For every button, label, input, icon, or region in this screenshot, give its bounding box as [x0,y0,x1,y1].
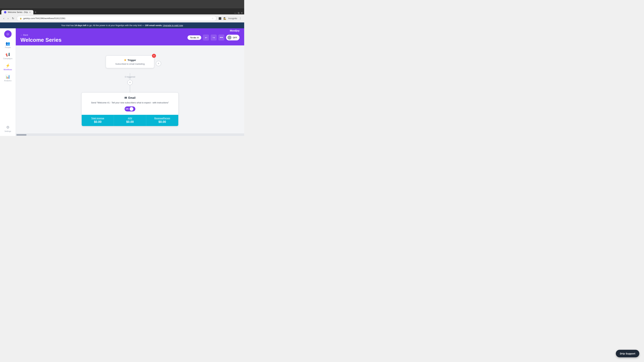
trial-limit: 100 email sends. [145,24,162,27]
sidebar-label-analytics: Analytics [4,80,12,82]
back-link[interactable]: ← Back [20,32,62,37]
stat-total-revenue-label: Total revenue [84,117,111,119]
sidebar: ☺ 👥 People 📢 Campaigns ⚡ Workflows 📊 Ana… [0,28,16,136]
sidebar-label-settings: Settings [4,130,11,132]
todo-badge[interactable]: To-do: 0 [188,35,201,40]
header-row: ← Back Welcome Series To-do: 0 ↩ ↪ ••• [20,32,240,45]
email-stats: Total revenue $0.00 AOV $0.00 Revenue/Pe… [82,115,178,126]
active-tab[interactable]: 🌀 Welcome Series - Drip ✕ [1,10,33,14]
extension-icon[interactable]: ⬛ [218,17,221,20]
email-title: Email [128,96,136,99]
trial-text-middle: to go. All the power is at your fingerti… [87,24,145,27]
horizontal-scrollbar[interactable] [16,134,244,136]
trigger-close-button[interactable]: ✕ [152,54,156,58]
email-envelope-icon: ✉ [124,96,127,100]
email-description: Send "Welcome #1 - Tell your new subscri… [86,101,174,104]
tab-close-icon[interactable]: ✕ [29,11,31,13]
lock-icon: 🔒 [20,17,22,19]
minimize-icon[interactable]: — [234,11,236,14]
stat-revenue-person[interactable]: Revenue/Person $0.00 [146,115,178,126]
close-icon: ✕ [153,55,155,57]
upgrade-link[interactable]: Upgrade to paid now [163,24,183,27]
redo-button[interactable]: ↪ [211,34,217,40]
main-content: Moodjoy ← Back Welcome Series To-do: 0 ↩… [16,28,244,136]
workflows-icon: ⚡ [6,63,10,68]
add-right-icon: + [158,62,160,65]
stat-revenue-person-label: Revenue/Person [148,117,176,119]
undo-button[interactable]: ↩ [203,34,209,40]
stat-aov-value: $0.00 [116,120,144,124]
redo-icon: ↪ [213,36,215,39]
people-icon: 👥 [6,41,10,46]
stat-aov-label: AOV [116,117,144,119]
email-toggle-circle-icon [130,107,133,111]
trial-days: 14 days left [74,24,86,27]
trial-text-before: Your trial has [61,24,74,27]
url-text: getdrip.com/7641396/workflows/516121561 [23,17,66,19]
stat-aov[interactable]: AOV $0.00 [114,115,146,126]
sidebar-label-workflows: Workflows [4,68,12,70]
trigger-title: Trigger [128,59,136,61]
app-container: ☺ 👥 People 📢 Campaigns ⚡ Workflows 📊 Ana… [0,28,244,136]
page-header: Moodjoy ← Back Welcome Series To-do: 0 ↩… [16,28,244,45]
tab-bar: 🌀 Welcome Series - Drip ✕ + — ⧉ ✕ [0,8,244,14]
workflow-toggle[interactable]: OFF [226,35,240,40]
browser-chrome [0,0,244,8]
sidebar-label-people: People [5,46,10,48]
stat-total-revenue[interactable]: Total revenue $0.00 [82,115,114,126]
email-node-body: ✉ Email Send "Welcome #1 - Tell your new… [82,93,178,115]
trigger-header: ★ Trigger [109,58,150,62]
email-node[interactable]: ✉ Email Send "Welcome #1 - Tell your new… [81,92,178,126]
scrollbar-thumb[interactable] [16,134,26,136]
refresh-button[interactable]: ↻ [11,16,15,21]
header-actions: To-do: 0 ↩ ↪ ••• OFF [188,34,240,40]
sidebar-item-settings[interactable]: ⚙ Settings [1,123,14,134]
settings-icon: ⚙ [6,125,10,130]
stat-revenue-person-value: $0.00 [148,120,176,124]
address-bar-row: ‹ › ↻ 🔒 getdrip.com/7641396/workflows/51… [0,14,244,22]
window-controls: — ⧉ ✕ [234,11,243,14]
bookmark-icon[interactable]: ☆ [212,17,214,19]
sidebar-item-campaigns[interactable]: 📢 Campaigns [1,51,14,61]
menu-icon[interactable]: ⋮ [239,17,242,20]
tab-favicon: 🌀 [4,11,6,13]
tab-title: Welcome Series - Drip [8,11,28,13]
forward-nav-button[interactable]: › [7,16,9,21]
sidebar-logo[interactable]: ☺ [4,30,12,38]
restore-icon[interactable]: ⧉ [238,11,240,14]
add-node-middle-button[interactable]: + [127,80,133,85]
address-bar[interactable]: 🔒 getdrip.com/7641396/workflows/51612156… [17,16,217,21]
email-toggle-label: ON [126,108,129,110]
incognito-label: Incognito [228,17,237,19]
campaigns-icon: 📢 [6,52,10,57]
toggle-circle-icon [228,35,232,39]
more-icon: ••• [220,36,223,39]
trigger-star-icon: ★ [124,58,126,62]
undo-icon: ↩ [205,36,207,39]
account-name: Moodjoy [230,29,240,32]
workflow-canvas[interactable]: ✕ ★ Trigger Subscribed to email marketin… [16,45,244,136]
page-title: Welcome Series [20,37,62,43]
sidebar-label-campaigns: Campaigns [3,57,12,59]
analytics-icon: 📊 [6,75,10,79]
triggered-count: 0 triggered [125,76,135,78]
email-toggle[interactable]: ON [124,106,135,111]
browser-actions: ⬛ 🕵 Incognito ⋮ [218,17,242,20]
toggle-state-label: OFF [233,36,237,39]
sidebar-item-workflows[interactable]: ⚡ Workflows [1,62,14,72]
add-middle-icon: + [129,81,131,84]
trigger-node[interactable]: ✕ ★ Trigger Subscribed to email marketin… [106,55,154,68]
email-header: ✉ Email [86,96,174,100]
stat-total-revenue-value: $0.00 [84,120,111,124]
incognito-icon[interactable]: 🕵 [224,17,226,20]
trigger-subtitle: Subscribed to email marketing [109,63,150,65]
sidebar-item-people[interactable]: 👥 People [1,40,14,50]
new-tab-button[interactable]: + [33,10,38,14]
more-options-button[interactable]: ••• [218,34,224,40]
trial-banner: Your trial has 14 days left to go. All t… [0,22,244,28]
sidebar-item-analytics[interactable]: 📊 Analytics [1,73,14,83]
close-icon[interactable]: ✕ [241,11,243,14]
add-node-right-button[interactable]: + [156,61,161,66]
back-nav-button[interactable]: ‹ [3,16,5,21]
